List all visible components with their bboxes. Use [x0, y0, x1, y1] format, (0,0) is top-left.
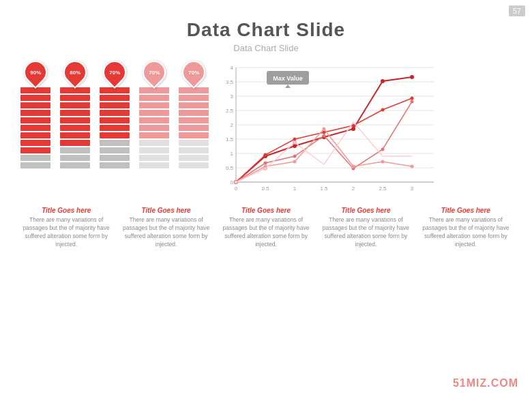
bar-stack-5: [179, 87, 209, 168]
bar-row-1-7: [20, 132, 50, 138]
svg-text:2: 2: [352, 186, 355, 192]
svg-point-51: [323, 128, 326, 131]
svg-point-32: [381, 79, 385, 83]
desc-title-4: Title Goes here: [320, 207, 411, 214]
bar-col-5: 70%: [177, 61, 210, 168]
bar-row-2-3: [60, 102, 90, 108]
pin-label-4: 70%: [149, 70, 160, 76]
svg-point-44: [323, 134, 326, 138]
svg-text:1.5: 1.5: [320, 186, 328, 192]
bar-row-3-3: [100, 102, 130, 108]
desc-item-4: Title Goes hereThere are many variations…: [319, 207, 413, 249]
bar-row-1-11: [20, 162, 50, 168]
bar-row-2-5: [60, 117, 90, 123]
bar-row-5-7: [179, 132, 209, 138]
svg-point-54: [411, 165, 414, 168]
svg-text:3.5: 3.5: [226, 79, 234, 85]
bar-row-3-9: [100, 147, 130, 153]
bar-row-4-7: [139, 132, 169, 138]
svg-text:0: 0: [231, 179, 234, 186]
svg-text:2: 2: [231, 122, 234, 128]
bar-row-2-2: [60, 95, 90, 101]
desc-title-3: Title Goes here: [220, 207, 312, 214]
bar-row-4-4: [139, 110, 169, 116]
bar-row-2-7: [60, 132, 90, 138]
bar-row-2-9: [60, 147, 90, 153]
main-visual: 90%80%70%70%70% 0 0.5 1: [0, 57, 532, 200]
bar-row-4-10: [139, 155, 169, 161]
bar-col-4: 70%: [138, 61, 171, 168]
bar-row-3-6: [100, 125, 130, 131]
svg-text:4: 4: [231, 65, 234, 71]
desc-item-2: Title Goes hereThere are many variations…: [119, 207, 213, 249]
main-title: Data Chart Slide: [0, 19, 532, 41]
svg-point-47: [411, 100, 414, 104]
line-chart: 0 0.5 1 1.5 2 2.5 3 3.5 4 0 0.5 1 1.5 2 …: [216, 61, 513, 200]
bar-row-5-6: [179, 125, 209, 131]
bar-row-1-5: [20, 117, 50, 123]
bar-row-5-11: [179, 162, 209, 168]
svg-point-33: [410, 75, 414, 79]
desc-item-1: Title Goes hereThere are many variations…: [19, 207, 113, 249]
bar-row-1-10: [20, 155, 50, 161]
desc-title-2: Title Goes here: [120, 207, 211, 214]
bar-row-3-11: [100, 162, 130, 168]
pin-label-5: 70%: [188, 70, 199, 76]
bar-charts: 90%80%70%70%70%: [19, 61, 210, 168]
bar-stack-4: [139, 87, 169, 168]
bar-stack-3: [100, 87, 130, 168]
pin-label-1: 90%: [30, 70, 41, 76]
desc-text-3: There are many variations of passages bu…: [220, 216, 312, 249]
svg-text:2.5: 2.5: [226, 108, 234, 114]
svg-point-56: [264, 167, 267, 171]
bar-row-1-6: [20, 125, 50, 131]
descriptions-row: Title Goes hereThere are many variations…: [0, 200, 532, 249]
bar-row-5-4: [179, 110, 209, 116]
svg-marker-60: [285, 85, 291, 88]
bar-row-4-6: [139, 125, 169, 131]
chart-svg: 0 0.5 1 1.5 2 2.5 3 3.5 4 0 0.5 1 1.5 2 …: [216, 61, 441, 197]
pin-1: 90%: [19, 56, 52, 89]
bar-stack-1: [20, 87, 50, 168]
desc-text-5: There are many variations of passages bu…: [420, 216, 512, 249]
bar-row-2-11: [60, 162, 90, 168]
desc-text-1: There are many variations of passages bu…: [20, 216, 112, 249]
bar-row-2-10: [60, 155, 90, 161]
bar-row-2-6: [60, 125, 90, 131]
bar-row-5-8: [179, 140, 209, 146]
bar-stack-2: [60, 87, 90, 168]
bar-row-1-9: [20, 147, 50, 153]
desc-title-1: Title Goes here: [20, 207, 112, 214]
bar-row-4-3: [139, 102, 169, 108]
svg-text:3: 3: [231, 93, 234, 100]
svg-point-43: [293, 155, 297, 158]
bar-row-1-3: [20, 102, 50, 108]
bar-row-4-2: [139, 95, 169, 101]
svg-point-46: [381, 148, 385, 151]
desc-item-3: Title Goes hereThere are many variations…: [219, 207, 313, 249]
bar-row-5-3: [179, 102, 209, 108]
pin-label-3: 70%: [109, 70, 120, 76]
bar-row-3-8: [100, 140, 130, 146]
bar-row-4-5: [139, 117, 169, 123]
svg-text:0: 0: [235, 186, 238, 192]
bar-col-1: 90%: [19, 61, 52, 168]
svg-point-52: [352, 165, 355, 168]
bar-row-1-4: [20, 110, 50, 116]
header: Data Chart Slide Data Chart Slide: [0, 0, 532, 57]
sub-title: Data Chart Slide: [0, 43, 532, 53]
bar-row-3-5: [100, 117, 130, 123]
bar-row-3-4: [100, 110, 130, 116]
svg-point-53: [381, 160, 385, 164]
svg-point-50: [293, 160, 297, 164]
svg-point-29: [293, 144, 297, 148]
svg-text:3: 3: [411, 186, 414, 192]
pin-3: 70%: [98, 56, 131, 89]
svg-text:1.5: 1.5: [226, 136, 234, 143]
bar-row-4-11: [139, 162, 169, 168]
svg-text:0.5: 0.5: [226, 165, 234, 171]
desc-title-5: Title Goes here: [420, 207, 512, 214]
bar-row-3-2: [100, 95, 130, 101]
bar-row-5-2: [179, 95, 209, 101]
bar-row-3-10: [100, 155, 130, 161]
